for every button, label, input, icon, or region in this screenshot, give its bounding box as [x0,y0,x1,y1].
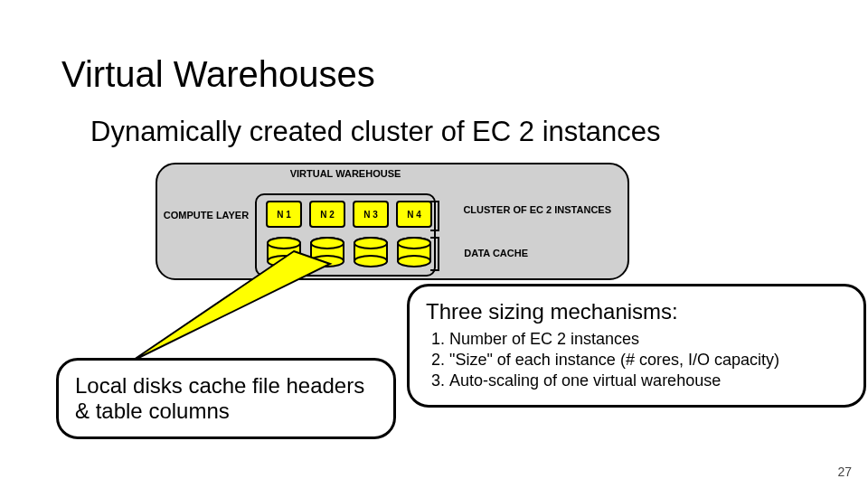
list-item: "Size" of each instance (# cores, I/O ca… [449,351,847,370]
slide-title: Virtual Warehouses [61,54,375,95]
cache-cylinder-icon [353,237,389,267]
cluster-caption: CLUSTER OF EC 2 INSTANCES [463,204,611,215]
svg-point-15 [398,238,430,249]
list-item: Auto-scaling of one virtual warehouse [449,371,847,390]
svg-point-14 [398,256,430,267]
cache-cylinder-icon [396,237,432,267]
callout-right: Three sizing mechanisms: Number of EC 2 … [407,284,866,408]
callout-right-heading: Three sizing mechanisms: [426,299,847,324]
cache-caption: DATA CACHE [464,248,528,258]
node: N 4 [396,201,432,228]
node: N 1 [266,201,302,228]
svg-marker-16 [131,251,330,361]
slide-subtitle: Dynamically created cluster of EC 2 inst… [90,116,661,148]
compute-layer-label: COMPUTE LAYER [161,210,251,221]
svg-point-11 [354,238,387,249]
node: N 3 [353,201,389,228]
bracket-icon [430,237,439,271]
bracket-icon [430,201,439,231]
callout-pointer-icon [104,244,339,371]
page-number: 27 [837,465,852,479]
node-row: N 1 N 2 N 3 N 4 [266,201,432,228]
callout-left: Local disks cache file headers & table c… [56,358,396,439]
svg-point-10 [354,256,387,267]
list-item: Number of EC 2 instances [449,330,847,349]
virtual-warehouse-label: VIRTUAL WAREHOUSE [255,168,436,180]
node: N 2 [309,201,345,228]
